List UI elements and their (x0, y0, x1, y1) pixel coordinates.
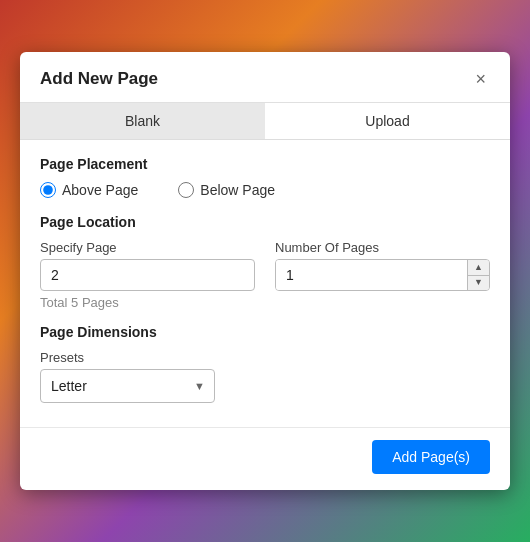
add-pages-button[interactable]: Add Page(s) (372, 440, 490, 474)
page-location-title: Page Location (40, 214, 490, 230)
close-button[interactable]: × (471, 68, 490, 90)
tabs-bar: Blank Upload (20, 103, 510, 140)
number-of-pages-label: Number Of Pages (275, 240, 490, 255)
total-pages-text: Total 5 Pages (40, 295, 490, 310)
page-dimensions-section: Page Dimensions Presets Letter A4 Legal … (40, 324, 490, 403)
dialog-title: Add New Page (40, 69, 158, 89)
spinner-up-button[interactable]: ▲ (468, 260, 489, 276)
number-of-pages-input[interactable] (276, 260, 467, 290)
spinner-controls: ▲ ▼ (467, 260, 489, 290)
page-dimensions-title: Page Dimensions (40, 324, 490, 340)
overlay: Add New Page × Blank Upload Page Placeme… (0, 0, 530, 542)
radio-above[interactable] (40, 182, 56, 198)
dialog-body: Page Placement Above Page Below Page Pag… (20, 140, 510, 419)
dialog: Add New Page × Blank Upload Page Placeme… (20, 52, 510, 490)
presets-select-wrapper: Letter A4 Legal Custom ▼ (40, 369, 215, 403)
presets-label: Presets (40, 350, 490, 365)
number-of-pages-spinner: ▲ ▼ (275, 259, 490, 291)
number-of-pages-group: Number Of Pages ▲ ▼ (275, 240, 490, 291)
page-placement-section: Page Placement Above Page Below Page (40, 156, 490, 198)
page-placement-title: Page Placement (40, 156, 490, 172)
placement-radio-group: Above Page Below Page (40, 182, 490, 198)
radio-below-label: Below Page (200, 182, 275, 198)
radio-below[interactable] (178, 182, 194, 198)
dialog-footer: Add Page(s) (20, 427, 510, 490)
specify-page-input[interactable] (40, 259, 255, 291)
radio-label-above[interactable]: Above Page (40, 182, 138, 198)
specify-page-label: Specify Page (40, 240, 255, 255)
fields-row: Specify Page Number Of Pages ▲ ▼ (40, 240, 490, 291)
tab-blank[interactable]: Blank (20, 103, 265, 139)
radio-label-below[interactable]: Below Page (178, 182, 275, 198)
dialog-header: Add New Page × (20, 52, 510, 103)
specify-page-group: Specify Page (40, 240, 255, 291)
page-location-section: Page Location Specify Page Number Of Pag… (40, 214, 490, 310)
radio-above-label: Above Page (62, 182, 138, 198)
tab-upload[interactable]: Upload (265, 103, 510, 139)
presets-select[interactable]: Letter A4 Legal Custom (40, 369, 215, 403)
spinner-down-button[interactable]: ▼ (468, 276, 489, 291)
